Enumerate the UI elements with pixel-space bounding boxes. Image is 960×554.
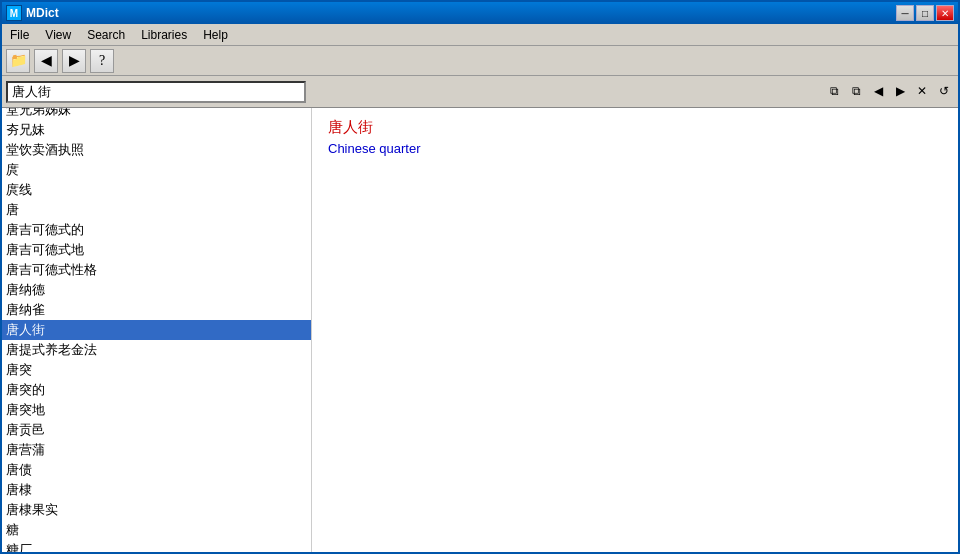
toolbar-open-button[interactable]: 📁 <box>6 49 30 73</box>
word-list-item[interactable]: 唐吉可德式地 <box>2 240 311 260</box>
word-list-item[interactable]: 唐棣 <box>2 480 311 500</box>
word-list-item[interactable]: 庹 <box>2 160 311 180</box>
word-list-item[interactable]: 唐棣果实 <box>2 500 311 520</box>
word-list[interactable]: 堂兄堂兄弟堂兄弟姐妹堂兄弟姐妹们堂兄弟姊妹夯兄妹堂饮卖酒执照庹庹线唐唐吉可德式的… <box>2 108 311 552</box>
copy2-button[interactable]: ⧉ <box>846 82 866 102</box>
word-list-item[interactable]: 庹线 <box>2 180 311 200</box>
menu-file[interactable]: File <box>2 24 37 45</box>
app-icon: M <box>6 5 22 21</box>
title-bar-left: M MDict <box>6 5 59 21</box>
search-bar: ⧉ ⧉ ◀ ▶ ✕ ↺ <box>2 76 958 108</box>
copy1-icon: ⧉ <box>830 84 839 99</box>
menu-view[interactable]: View <box>37 24 79 45</box>
main-content: 堂兄堂兄弟堂兄弟姐妹堂兄弟姐妹们堂兄弟姊妹夯兄妹堂饮卖酒执照庹庹线唐唐吉可德式的… <box>2 108 958 552</box>
help-icon: ? <box>99 53 105 69</box>
forward-icon: ▶ <box>69 52 80 69</box>
word-list-item[interactable]: 糖 <box>2 520 311 540</box>
word-list-item[interactable]: 唐突地 <box>2 400 311 420</box>
nav-stop-button[interactable]: ✕ <box>912 82 932 102</box>
nav-refresh-button[interactable]: ↺ <box>934 82 954 102</box>
word-list-item[interactable]: 堂饮卖酒执照 <box>2 140 311 160</box>
title-controls: ─ □ ✕ <box>896 5 954 21</box>
search-input[interactable] <box>6 81 306 103</box>
copy2-icon: ⧉ <box>852 84 861 99</box>
window-title: MDict <box>26 6 59 20</box>
toolbar-back-button[interactable]: ◀ <box>34 49 58 73</box>
title-bar: M MDict ─ □ ✕ <box>2 2 958 24</box>
word-list-item[interactable]: 唐营蒲 <box>2 440 311 460</box>
word-list-item[interactable]: 唐贡邑 <box>2 420 311 440</box>
word-list-panel: 堂兄堂兄弟堂兄弟姐妹堂兄弟姐妹们堂兄弟姊妹夯兄妹堂饮卖酒执照庹庹线唐唐吉可德式的… <box>2 108 312 552</box>
word-list-item[interactable]: 唐纳雀 <box>2 300 311 320</box>
back-icon: ◀ <box>41 52 52 69</box>
toolbar-help-button[interactable]: ? <box>90 49 114 73</box>
restore-button[interactable]: □ <box>916 5 934 21</box>
stop-icon: ✕ <box>917 84 927 99</box>
nav-back-icon: ◀ <box>874 84 883 99</box>
word-list-item[interactable]: 糖厂 <box>2 540 311 552</box>
copy1-button[interactable]: ⧉ <box>824 82 844 102</box>
open-icon: 📁 <box>10 52 27 69</box>
word-list-item[interactable]: 唐突 <box>2 360 311 380</box>
menu-search[interactable]: Search <box>79 24 133 45</box>
toolbar-forward-button[interactable]: ▶ <box>62 49 86 73</box>
menu-help[interactable]: Help <box>195 24 236 45</box>
word-list-item[interactable]: 唐吉可德式的 <box>2 220 311 240</box>
word-list-item[interactable]: 堂兄弟姊妹 <box>2 108 311 120</box>
menu-libraries[interactable]: Libraries <box>133 24 195 45</box>
toolbar: 📁 ◀ ▶ ? <box>2 46 958 76</box>
word-list-item[interactable]: 唐纳德 <box>2 280 311 300</box>
menu-bar: File View Search Libraries Help <box>2 24 958 46</box>
nav-forward-icon: ▶ <box>896 84 905 99</box>
word-list-item[interactable]: 唐突的 <box>2 380 311 400</box>
definition-panel: 唐人街 Chinese quarter <box>312 108 958 552</box>
close-button[interactable]: ✕ <box>936 5 954 21</box>
refresh-icon: ↺ <box>939 84 949 99</box>
word-list-item[interactable]: 唐 <box>2 200 311 220</box>
word-list-item[interactable]: 唐人街 <box>2 320 311 340</box>
definition-word: 唐人街 <box>328 118 942 137</box>
nav-forward-button[interactable]: ▶ <box>890 82 910 102</box>
word-list-item[interactable]: 唐提式养老金法 <box>2 340 311 360</box>
definition-translation: Chinese quarter <box>328 141 942 156</box>
nav-back-button[interactable]: ◀ <box>868 82 888 102</box>
word-list-item[interactable]: 唐债 <box>2 460 311 480</box>
minimize-button[interactable]: ─ <box>896 5 914 21</box>
main-window: M MDict ─ □ ✕ File View Search Libraries… <box>0 0 960 554</box>
word-list-item[interactable]: 唐吉可德式性格 <box>2 260 311 280</box>
word-list-item[interactable]: 夯兄妹 <box>2 120 311 140</box>
right-icons: ⧉ ⧉ ◀ ▶ ✕ ↺ <box>824 82 954 102</box>
